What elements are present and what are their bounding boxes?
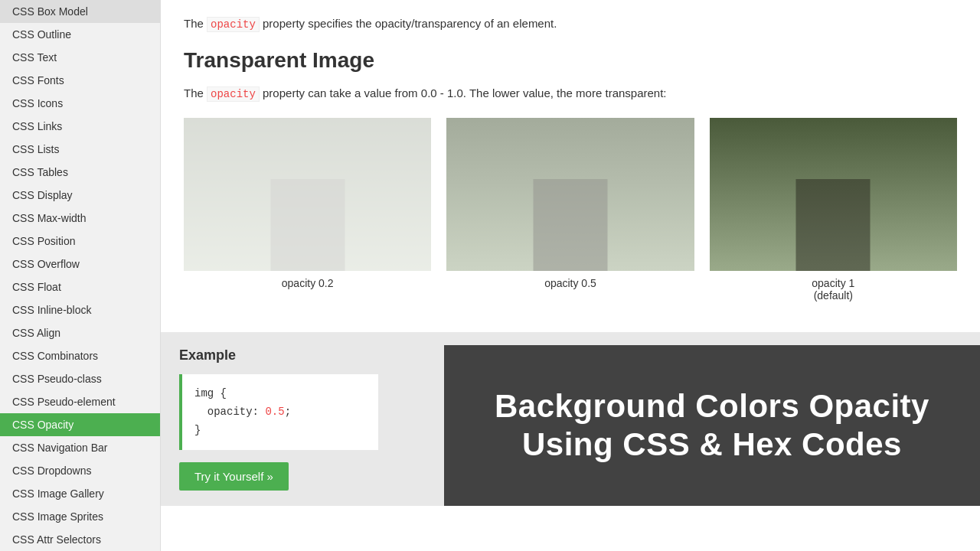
code-line-1: img {	[194, 385, 366, 403]
banner-line1: Background Colors Opacity	[495, 387, 929, 425]
sidebar-item-css-position[interactable]: CSS Position	[0, 230, 160, 253]
code-line-3: }	[194, 422, 366, 440]
image-container-2: opacity 0.5	[446, 118, 694, 302]
sidebar-item-css-fonts[interactable]: CSS Fonts	[0, 69, 160, 92]
caption-2: opacity 0.5	[544, 277, 596, 289]
banner-line2: Using CSS & Hex Codes	[522, 425, 902, 464]
sidebar-item-css-pseudo-class[interactable]: CSS Pseudo-class	[0, 367, 160, 390]
sidebar-item-css-opacity[interactable]: CSS Opacity	[0, 413, 160, 436]
bridge-image-1	[184, 118, 431, 271]
overlay-banner: Background Colors Opacity Using CSS & He…	[444, 345, 980, 506]
sidebar-item-css-image-sprites[interactable]: CSS Image Sprites	[0, 505, 160, 528]
intro-paragraph: The opacity property specifies the opaci…	[184, 15, 957, 33]
example-section: Example img { opacity: 0.5; } Try it You…	[161, 332, 980, 506]
sidebar-item-css-display[interactable]: CSS Display	[0, 184, 160, 207]
image-container-1: opacity 0.2	[184, 118, 431, 302]
sidebar-item-css-pseudo-element[interactable]: CSS Pseudo-element	[0, 390, 160, 413]
bridge-image-3	[710, 118, 957, 271]
desc-paragraph: The opacity property can take a value fr…	[184, 85, 957, 103]
desc-code: opacity	[207, 86, 260, 102]
sidebar-item-css-links[interactable]: CSS Links	[0, 115, 160, 138]
sidebar-item-css-attr-selectors[interactable]: CSS Attr Selectors	[0, 528, 160, 551]
sidebar-item-css-align[interactable]: CSS Align	[0, 321, 160, 344]
main-content: The opacity property specifies the opaci…	[161, 0, 980, 551]
sidebar-item-css-overflow[interactable]: CSS Overflow	[0, 253, 160, 276]
sidebar-item-css-max-width[interactable]: CSS Max-width	[0, 207, 160, 230]
sidebar-item-css-tables[interactable]: CSS Tables	[0, 161, 160, 184]
code-box: img { opacity: 0.5; }	[179, 374, 378, 450]
caption-3: opacity 1(default)	[812, 277, 854, 302]
caption-1: opacity 0.2	[282, 277, 334, 289]
intro-prefix: The	[184, 17, 204, 30]
desc-suffix: property can take a value from 0.0 - 1.0…	[263, 86, 667, 99]
bridge-image-2	[446, 118, 694, 271]
try-it-yourself-button[interactable]: Try it Yourself »	[179, 462, 289, 491]
sidebar-item-css-dropdowns[interactable]: CSS Dropdowns	[0, 459, 160, 482]
sidebar-item-css-outline[interactable]: CSS Outline	[0, 23, 160, 46]
intro-code: opacity	[207, 17, 260, 32]
sidebar-item-css-box-model[interactable]: CSS Box Model	[0, 0, 160, 23]
sidebar-item-css-navigation-bar[interactable]: CSS Navigation Bar	[0, 436, 160, 459]
sidebar-item-css-text[interactable]: CSS Text	[0, 46, 160, 69]
sidebar-item-css-combinators[interactable]: CSS Combinators	[0, 344, 160, 367]
sidebar-item-css-lists[interactable]: CSS Lists	[0, 138, 160, 161]
desc-prefix: The	[184, 86, 204, 99]
intro-suffix: property specifies the opacity/transpare…	[263, 17, 557, 30]
sidebar-item-css-float[interactable]: CSS Float	[0, 276, 160, 298]
sidebar-item-css-inline-block[interactable]: CSS Inline-block	[0, 298, 160, 321]
images-row: opacity 0.2 opacity 0.5 opacity 1(defaul…	[184, 118, 957, 302]
sidebar: CSS Box ModelCSS OutlineCSS TextCSS Font…	[0, 0, 161, 551]
code-line-2: opacity: 0.5;	[194, 403, 366, 422]
section-title: Transparent Image	[184, 48, 957, 73]
sidebar-item-css-icons[interactable]: CSS Icons	[0, 92, 160, 115]
sidebar-item-css-image-gallery[interactable]: CSS Image Gallery	[0, 482, 160, 505]
image-container-3: opacity 1(default)	[710, 118, 957, 302]
